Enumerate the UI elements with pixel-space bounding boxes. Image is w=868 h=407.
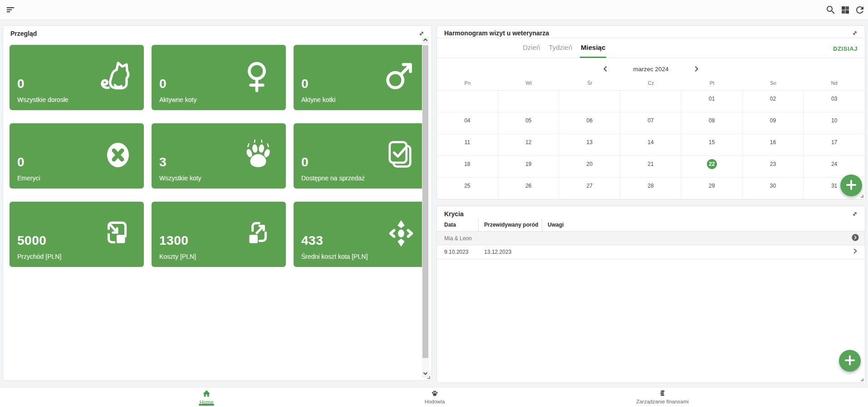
next-month-button[interactable]: [691, 63, 702, 75]
calendar-cell[interactable]: 20: [559, 156, 620, 178]
tile-value: 0: [159, 77, 167, 91]
calendar-cell[interactable]: 14: [620, 134, 682, 156]
nav-item-finanse[interactable]: Zarządzanie finansami: [636, 390, 689, 404]
add-vet-visit-fab[interactable]: [840, 174, 862, 196]
panel-resize-handle[interactable]: [427, 376, 430, 379]
topbar-actions: [825, 5, 865, 15]
calendar-cell[interactable]: 07: [620, 112, 682, 134]
home-icon: [202, 390, 211, 399]
coins-icon: [658, 390, 666, 398]
calendar-cell[interactable]: 24: [804, 156, 865, 178]
calendar-cell[interactable]: [437, 91, 498, 112]
tile-przychod[interactable]: 5000 Przychód [PLN]: [10, 202, 144, 267]
tile-sredni-koszt-kota[interactable]: 433 Średni koszt kota [PLN]: [294, 202, 428, 267]
calendar-cell[interactable]: 11: [437, 134, 498, 156]
refresh-button[interactable]: [854, 5, 865, 15]
collapse-circle-icon[interactable]: [851, 233, 859, 243]
calendar-cell[interactable]: 23: [743, 156, 804, 178]
chevron-up-icon: [422, 37, 428, 44]
calendar-cell[interactable]: 19: [498, 156, 559, 178]
calendar-cell[interactable]: 16: [743, 134, 804, 156]
overview-scrollbar[interactable]: [422, 37, 429, 378]
calendar-cell[interactable]: 03: [804, 91, 865, 112]
today-badge: 22: [707, 159, 717, 169]
calendar-view-tabs: Dzień Tydzień Miesiąc DZISIAJ: [437, 38, 865, 58]
mating-date: 9.10.2023: [437, 249, 479, 255]
tab-dzien[interactable]: Dzień: [522, 38, 541, 58]
calendar-cell[interactable]: 28: [620, 178, 682, 199]
previous-month-button[interactable]: [599, 63, 611, 75]
nav-item-home[interactable]: Home: [200, 390, 214, 405]
tab-miesiac[interactable]: Miesiąc: [580, 38, 606, 58]
tile-label: Wszystkie dorosłe: [17, 96, 69, 103]
scrollbar-up-button[interactable]: [422, 37, 429, 44]
tile-aktyne-kotki[interactable]: 0 Aktyne kotki: [294, 45, 428, 110]
search-button[interactable]: [825, 5, 836, 15]
chevron-left-icon: [600, 69, 611, 76]
vet-schedule-expand-button[interactable]: [851, 29, 858, 37]
tile-wszystkie-dorosle[interactable]: 0 Wszystkie dorosłe: [10, 45, 144, 110]
calendar-cell[interactable]: 02: [743, 91, 804, 112]
overview-expand-button[interactable]: [418, 30, 425, 37]
apps-grid-button[interactable]: [840, 5, 851, 15]
dow-label: Wt: [498, 80, 559, 90]
calendar-cell[interactable]: 12: [498, 134, 559, 156]
tab-tydzien[interactable]: Tydzień: [548, 38, 573, 58]
calendar-cell[interactable]: 18: [437, 156, 498, 178]
calendar-cell[interactable]: 10: [804, 112, 865, 134]
panel-resize-handle[interactable]: [861, 378, 863, 381]
add-mating-fab[interactable]: [839, 350, 861, 372]
tile-value: 0: [301, 155, 309, 170]
tile-value: 3: [159, 155, 167, 170]
tile-emeryci[interactable]: 0 Emeryci: [10, 123, 144, 189]
calendar-cell[interactable]: 08: [682, 112, 743, 134]
calendar-cell[interactable]: 04: [437, 112, 498, 134]
matings-expand-button[interactable]: [851, 210, 858, 218]
column-header-porod: Przewidywany poród: [479, 218, 542, 231]
scrollbar-thumb[interactable]: [422, 45, 428, 358]
matings-title: Krycia: [444, 208, 464, 218]
tile-label: Dostępne na sprzedaż: [301, 174, 365, 182]
calendar-cell[interactable]: 17: [804, 134, 865, 156]
today-button[interactable]: DZISIAJ: [833, 43, 858, 54]
panel-resize-handle[interactable]: [861, 195, 863, 198]
tile-koszty[interactable]: 1300 Koszty [PLN]: [152, 202, 286, 267]
check-document-icon: [383, 138, 417, 174]
month-navigation: marzec 2024: [437, 58, 865, 80]
sort-menu-button[interactable]: [5, 4, 17, 16]
calendar-cell[interactable]: 09: [743, 112, 804, 134]
group-label: Mia & Leon: [444, 235, 851, 242]
calendar-cell[interactable]: 30: [743, 178, 804, 199]
tile-wszystkie-koty[interactable]: 3 Wszystkie koty: [152, 123, 286, 189]
calendar-cell[interactable]: [559, 91, 620, 112]
search-icon: [825, 10, 836, 17]
expense-icon: [241, 217, 275, 252]
matings-table-row[interactable]: 9.10.2023 13.12.2023: [437, 245, 865, 259]
matings-group-row[interactable]: Mia & Leon: [437, 232, 865, 245]
calendar-cell[interactable]: 27: [559, 178, 620, 199]
tile-value: 5000: [17, 233, 46, 248]
calendar-cell[interactable]: 06: [559, 112, 620, 134]
dow-label: Nd: [804, 80, 865, 90]
calendar-cell[interactable]: [498, 91, 559, 112]
calendar-cell[interactable]: [620, 91, 682, 112]
mating-expected-birth: 13.12.2023: [479, 249, 542, 255]
calendar-cell[interactable]: 21: [620, 156, 682, 178]
calendar-cell[interactable]: 01: [682, 91, 743, 112]
calendar-grid: 01 02 03 04 05 06 07 08 09 10 11 12 13 1…: [437, 90, 865, 199]
calendar-cell[interactable]: 26: [498, 178, 559, 199]
nav-label: Zarządzanie finansami: [636, 399, 689, 404]
calendar-cell[interactable]: 29: [682, 178, 743, 199]
top-app-bar: [0, 0, 868, 20]
tile-dostepne-na-sprzedaz[interactable]: 0 Dostępne na sprzedaż: [294, 123, 428, 189]
calendar-cell[interactable]: 15: [682, 134, 743, 156]
calendar-cell[interactable]: 25: [437, 178, 498, 199]
tile-label: Koszty [PLN]: [159, 253, 196, 260]
chevron-right-icon: [691, 69, 702, 76]
calendar-cell[interactable]: 13: [559, 134, 620, 156]
tile-aktywne-koty[interactable]: 0 Aktywne koty: [152, 45, 286, 110]
calendar-cell[interactable]: 05: [498, 112, 559, 134]
nav-item-hodowla[interactable]: Hodowla: [425, 390, 445, 404]
active-nav-underline: [199, 404, 214, 406]
calendar-cell-today[interactable]: 22: [682, 156, 743, 178]
